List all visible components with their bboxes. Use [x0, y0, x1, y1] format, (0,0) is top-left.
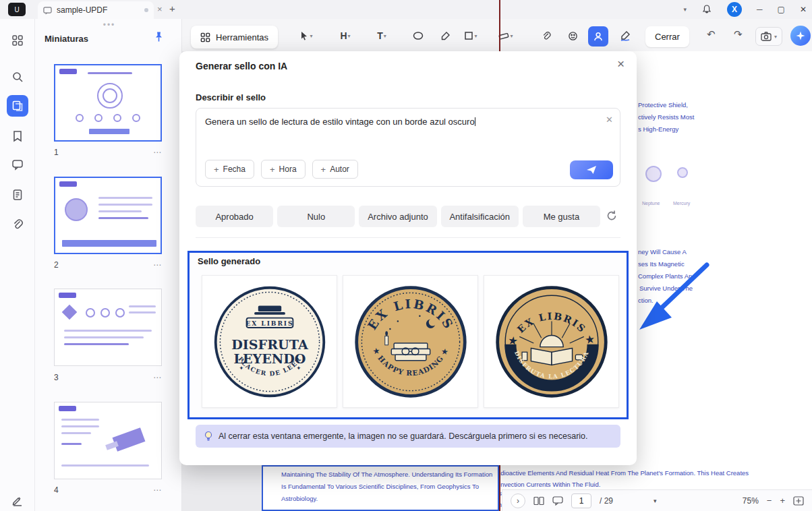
- doc-text: Maintaining The Stability Of The Atmosph…: [281, 471, 498, 478]
- thumb-art: [62, 305, 78, 320]
- pages-document-icon[interactable]: [7, 184, 28, 206]
- doc-text: Is Fundamental To Various Scientific Dis…: [281, 483, 498, 490]
- apps-grid-icon[interactable]: [7, 30, 28, 51]
- stamp-option-3[interactable]: ★ EX LIBRIS ★ DISFRUTA LA LECTURA: [484, 275, 619, 408]
- tab-label: sample-UPDF: [57, 5, 107, 15]
- thumbnail-page-4[interactable]: [54, 402, 162, 479]
- pin-icon[interactable]: [154, 31, 164, 42]
- page-number-input[interactable]: 1: [571, 493, 591, 508]
- notifications-bell-icon[interactable]: [701, 4, 712, 15]
- zoom-level[interactable]: 75%: [743, 496, 759, 506]
- view-mode-chevron-icon[interactable]: ▾: [654, 498, 657, 504]
- bookmarks-icon[interactable]: [7, 125, 28, 147]
- ink-signature-tool[interactable]: [617, 28, 633, 44]
- thumbnail-page-1[interactable]: [54, 64, 162, 142]
- thumbnail-page-2[interactable]: [54, 177, 162, 254]
- refresh-presets-icon[interactable]: [606, 210, 618, 222]
- new-tab-button[interactable]: +: [169, 3, 175, 14]
- attachments-paperclip-icon[interactable]: [7, 214, 28, 235]
- search-icon[interactable]: [7, 66, 28, 88]
- select-cursor-tool[interactable]: ▾: [298, 28, 314, 44]
- undo-icon[interactable]: ↶: [707, 28, 716, 40]
- preset-approved[interactable]: Aprobado: [196, 206, 273, 227]
- comments-icon[interactable]: [7, 154, 28, 175]
- arrow-annotation[interactable]: [627, 260, 715, 340]
- tab-close-icon[interactable]: ×: [157, 4, 163, 14]
- ellipse-tool[interactable]: [410, 28, 426, 44]
- comment-bubble-icon[interactable]: [552, 496, 563, 506]
- generate-send-button[interactable]: [570, 160, 613, 179]
- minimize-button[interactable]: ─: [757, 5, 763, 14]
- insert-date-button[interactable]: +Fecha: [205, 160, 254, 179]
- text-caret: [475, 117, 475, 126]
- stamp-option-1[interactable]: EX LIBRIS DISFRUTA LEYENDO ✦ ✦ PLACER DE…: [202, 275, 337, 408]
- close-tool-button[interactable]: Cerrar: [645, 26, 689, 47]
- thumb-art: [61, 432, 91, 434]
- panel-drag-handle[interactable]: •••: [99, 20, 119, 30]
- expand-chevron-icon[interactable]: ›: [511, 493, 525, 508]
- thumb-art: [98, 210, 142, 212]
- thumb-art: [98, 197, 152, 199]
- document-tab[interactable]: sample-UPDF: [38, 1, 154, 19]
- planet-label: Mercury: [673, 201, 690, 206]
- maximize-button[interactable]: ▢: [778, 5, 785, 14]
- prompt-input[interactable]: Genera un sello de lectura de estilo vin…: [196, 108, 620, 187]
- thumb-art: [61, 425, 99, 427]
- thumb-art: [132, 114, 140, 122]
- lightbulb-icon: [204, 431, 213, 442]
- planet-diagram: [677, 167, 688, 178]
- preset-like[interactable]: Me gusta: [523, 206, 600, 227]
- highlighter-tool[interactable]: [437, 28, 453, 44]
- stamp-image-disfruta-la-lectura: ★ EX LIBRIS ★ DISFRUTA LA LECTURA: [494, 284, 610, 400]
- thumb-menu-icon[interactable]: ⋯: [153, 148, 162, 158]
- insert-author-button[interactable]: +Autor: [312, 160, 358, 179]
- thumbnail-page-3[interactable]: [54, 289, 162, 366]
- plus-icon: +: [321, 164, 326, 175]
- account-avatar[interactable]: X: [727, 2, 742, 17]
- thumb-menu-icon[interactable]: ⋯: [153, 373, 162, 384]
- text-annotation-box[interactable]: Maintaining The Stability Of The Atmosph…: [262, 465, 499, 511]
- plus-icon: +: [270, 164, 275, 175]
- redo-icon[interactable]: ↷: [734, 28, 743, 40]
- thumb-menu-icon[interactable]: ⋯: [153, 260, 162, 271]
- sticker-tool[interactable]: [564, 28, 581, 44]
- clear-input-icon[interactable]: ✕: [606, 115, 613, 125]
- close-window-button[interactable]: ✕: [800, 5, 807, 14]
- thumb-menu-icon[interactable]: ⋯: [153, 485, 162, 496]
- text-tool[interactable]: T▾: [374, 28, 390, 44]
- ai-sparkle-icon: [796, 31, 805, 40]
- divider: [196, 237, 620, 238]
- chevron-down-icon: ▾: [774, 34, 777, 40]
- titlebar-chevron-icon[interactable]: ▾: [684, 6, 687, 13]
- zoom-in-icon[interactable]: +: [780, 495, 785, 506]
- prompt-text: Genera un sello de lectura de estilo vin…: [205, 117, 475, 127]
- zoom-out-icon[interactable]: −: [767, 495, 772, 506]
- preset-void[interactable]: Nulo: [277, 206, 355, 227]
- preset-attachment[interactable]: Archivo adjunto: [359, 206, 436, 227]
- thumb-art: [64, 343, 129, 345]
- heading-tool[interactable]: H▾: [337, 28, 353, 44]
- tools-button[interactable]: Herramientas: [191, 26, 278, 49]
- insert-time-button[interactable]: +Hora: [261, 160, 306, 179]
- thumb-art: [100, 308, 110, 318]
- signature-tool-icon[interactable]: [7, 489, 28, 511]
- thumb-art: [62, 240, 156, 247]
- thumb-art: [98, 217, 148, 219]
- stamp-option-2[interactable]: EX LIBRIS ★ HAPPY READING ★: [343, 275, 478, 408]
- fit-screen-icon[interactable]: [793, 496, 804, 506]
- ai-assistant-button[interactable]: [790, 26, 811, 46]
- dialog-close-icon[interactable]: ×: [617, 57, 625, 71]
- doc-text: Astrobiology.: [281, 495, 498, 502]
- tools-label: Herramientas: [216, 32, 268, 42]
- thumb-art: [76, 114, 84, 122]
- describe-label: Describir el sello: [196, 92, 266, 102]
- attach-file-tool[interactable]: [538, 28, 554, 44]
- stamp-person-tool[interactable]: [588, 26, 608, 47]
- snapshot-button[interactable]: ▾: [755, 27, 782, 46]
- thumbnails-panel-icon[interactable]: [7, 95, 28, 117]
- preset-antiforgery[interactable]: Antifalsificación: [441, 206, 519, 227]
- page-layout-icon[interactable]: [533, 496, 544, 506]
- shape-rectangle-tool[interactable]: ▾: [463, 28, 479, 44]
- thumbnails-panel: ••• Miniaturas 1 ⋯ 2 ⋯: [35, 19, 182, 511]
- thumb-art: [59, 406, 76, 411]
